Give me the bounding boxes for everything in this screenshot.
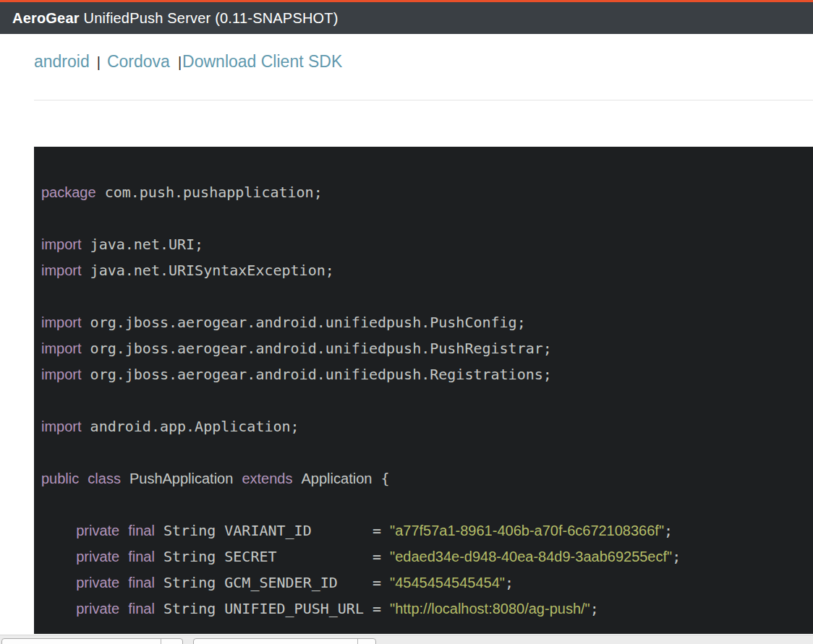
brand-name: AeroGear [12,10,80,26]
nav-link-download-client-sdk[interactable]: Download Client SDK [182,52,342,71]
java-code-block: package com.push.pushapplication; import… [34,147,813,634]
client-sdk-nav: android|Cordova|Download Client SDK [34,51,813,73]
footer-select-2[interactable] [193,638,376,644]
app-title-rest: UnifiedPush Server (0.11-SNAPSHOT) [80,10,339,26]
dropdown-arrow-zone[interactable] [357,639,375,644]
nav-separator: | [178,54,182,70]
bottom-controls-bar [0,635,813,644]
app-header: AeroGear UnifiedPush Server (0.11-SNAPSH… [0,0,813,34]
dropdown-arrow-zone[interactable] [161,639,182,644]
nav-separator: | [97,54,101,70]
nav-link-android[interactable]: android [34,52,90,71]
section-divider [34,100,813,100]
footer-select-1[interactable] [1,638,183,644]
app-title: AeroGear UnifiedPush Server (0.11-SNAPSH… [12,10,339,27]
nav-link-cordova[interactable]: Cordova [107,52,170,71]
